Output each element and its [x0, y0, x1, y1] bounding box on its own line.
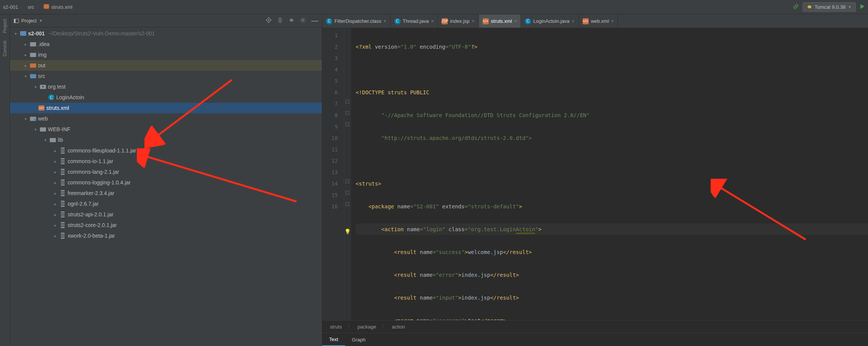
tree-file-struts-xml[interactable]: </> struts.xml [10, 103, 322, 113]
tab-text[interactable]: Text [322, 333, 345, 346]
tree-jar[interactable]: ▸ commons-fileupload-1.1.1.jar [10, 145, 322, 156]
chevron-right-icon[interactable]: ▸ [52, 191, 58, 195]
close-icon[interactable]: × [611, 19, 614, 24]
locate-icon[interactable] [266, 17, 272, 24]
tree-jar[interactable]: ▸ ognl-2.6.7.jar [10, 198, 322, 209]
svg-rect-56 [61, 234, 65, 235]
svg-rect-21 [40, 127, 46, 132]
tab-label: Thread.java [403, 18, 429, 24]
chevron-down-icon[interactable]: ▾ [23, 74, 28, 78]
editor-tab[interactable]: </>web.xml× [579, 14, 618, 28]
chevron-down-icon[interactable]: ▼ [39, 19, 43, 23]
tree-folder-idea[interactable]: ▸ .idea [10, 39, 322, 49]
line-number: 7 [331, 98, 338, 110]
editor-breadcrumb: struts 〉 package 〉 action [322, 320, 868, 333]
chevron-down-icon[interactable]: ▾ [43, 138, 48, 142]
chevron-right-icon[interactable]: ▸ [52, 181, 58, 185]
tree-folder-out[interactable]: ▸ out [10, 60, 322, 71]
chevron-down-icon[interactable]: ▾ [23, 117, 28, 121]
tree-jar[interactable]: ▸ struts2-api-2.0.1.jar [10, 209, 322, 220]
hide-icon[interactable]: — [311, 17, 318, 25]
editor-tab[interactable]: JSPindex.jsp× [438, 14, 478, 28]
svg-rect-46 [61, 205, 65, 206]
tree-jar[interactable]: ▸ commons-lang-2.1.jar [10, 167, 322, 177]
tree-class-loginactoin[interactable]: C LoginActoin [10, 92, 322, 103]
gear-icon[interactable] [300, 17, 306, 24]
chevron-down-icon[interactable]: ▾ [13, 32, 18, 36]
chevron-right-icon[interactable]: ▸ [52, 170, 58, 174]
svg-rect-15 [30, 63, 36, 68]
svg-rect-53 [61, 225, 65, 225]
close-icon[interactable]: × [384, 19, 386, 24]
project-panel: Project ▼ — ▾ s2-001 ~/Desktop/Struts2-V… [10, 14, 322, 346]
close-icon[interactable]: × [572, 19, 575, 24]
run-configuration-dropdown[interactable]: Tomcat 9.0.38 ▼ [803, 2, 856, 12]
class-icon: C [48, 94, 55, 100]
breadcrumb-src[interactable]: src [28, 4, 34, 10]
fold-gutter[interactable]: − − − − − − [344, 28, 351, 320]
tree-jar[interactable]: ▸ freemarker-2.3.4.jar [10, 188, 322, 198]
intention-bulb-icon[interactable]: 💡 [344, 226, 351, 237]
tree-jar[interactable]: ▸ struts2-core-2.0.1.jar [10, 220, 322, 230]
tree-folder-src[interactable]: ▾ src [10, 71, 322, 81]
tree-folder-web[interactable]: ▾ web [10, 113, 322, 124]
chevron-down-icon[interactable]: ▾ [33, 85, 38, 89]
svg-rect-41 [61, 193, 65, 194]
tree-jar[interactable]: ▸ xwork-2.0-beta-1.jar [10, 230, 322, 241]
project-panel-title[interactable]: Project [21, 18, 36, 24]
editor-tab[interactable]: CThread.java× [391, 14, 438, 28]
close-icon[interactable]: × [514, 19, 517, 24]
tree-folder-webinf[interactable]: ▾ WEB-INF [10, 124, 322, 135]
breadcrumb-struts[interactable]: struts [330, 324, 342, 330]
tree-package[interactable]: ▾ org.test [10, 81, 322, 92]
tree-root[interactable]: ▾ s2-001 ~/Desktop/Struts2-Vuln-Demo-mas… [10, 28, 322, 39]
tree-folder-img[interactable]: ▸ img [10, 49, 322, 60]
chevron-right-icon[interactable]: ▸ [52, 159, 58, 163]
collapse-all-icon[interactable] [288, 17, 295, 24]
line-number: 8 [331, 110, 338, 121]
svg-rect-34 [61, 173, 65, 174]
tool-window-bar-left: Project Commit [0, 14, 10, 346]
chevron-right-icon[interactable]: ▸ [52, 223, 58, 227]
editor-tab[interactable]: CFilterDispatcher.class× [322, 14, 391, 28]
tab-graph[interactable]: Graph [345, 333, 372, 346]
chevron-right-icon[interactable]: ▸ [52, 149, 58, 153]
tree-folder-lib[interactable]: ▾ lib [10, 135, 322, 145]
chevron-down-icon[interactable]: ▾ [33, 127, 38, 132]
top-bar: s2-001 〉 src 〉 struts.xml Tomcat 9.0.38 … [0, 0, 868, 14]
close-icon[interactable]: × [472, 19, 475, 24]
tree-jar[interactable]: ▸ commons-logging-1.0.4.jar [10, 177, 322, 188]
code-editor[interactable]: 12345678910111213141516 − − − − − − <?xm… [322, 28, 868, 320]
breadcrumb-package[interactable]: package [358, 324, 376, 330]
svg-point-18 [42, 86, 44, 87]
code-body[interactable]: <?xml version="1.0" encoding="UTF-8"?> <… [351, 28, 868, 320]
expand-all-icon[interactable] [277, 17, 283, 24]
run-config-label: Tomcat 9.0.38 [814, 4, 846, 10]
breadcrumb-action[interactable]: action [392, 324, 405, 330]
project-tool-tab[interactable]: Project [2, 19, 8, 33]
svg-point-11 [302, 19, 304, 21]
svg-rect-37 [61, 182, 65, 183]
chevron-right-icon[interactable]: ▸ [52, 234, 58, 238]
editor-tab[interactable]: </>struts.xml× [479, 14, 521, 28]
chevron-right-icon[interactable]: ▸ [52, 213, 58, 217]
editor-tab[interactable]: CLoginActoin.java× [521, 14, 578, 28]
svg-rect-30 [61, 162, 65, 163]
chevron-right-icon: 〉 [36, 4, 41, 11]
line-number: 13 [331, 167, 338, 178]
tree-jar[interactable]: ▸ commons-io-1.1.jar [10, 156, 322, 167]
commit-tool-tab[interactable]: Commit [2, 41, 8, 56]
chevron-right-icon[interactable]: ▸ [23, 42, 28, 46]
svg-rect-13 [30, 42, 36, 46]
close-icon[interactable]: × [431, 19, 434, 24]
chevron-right-icon[interactable]: ▸ [52, 202, 58, 206]
chevron-right-icon[interactable]: ▸ [23, 53, 28, 57]
chevron-right-icon[interactable]: ▸ [23, 63, 28, 68]
run-button[interactable] [860, 4, 865, 11]
project-tree[interactable]: ▾ s2-001 ~/Desktop/Struts2-Vuln-Demo-mas… [10, 27, 322, 346]
breadcrumb-file[interactable]: struts.xml [51, 4, 73, 10]
tomcat-icon [807, 4, 812, 10]
breadcrumb-root[interactable]: s2-001 [3, 4, 18, 10]
folder-icon [30, 52, 36, 57]
build-icon[interactable] [793, 3, 799, 11]
